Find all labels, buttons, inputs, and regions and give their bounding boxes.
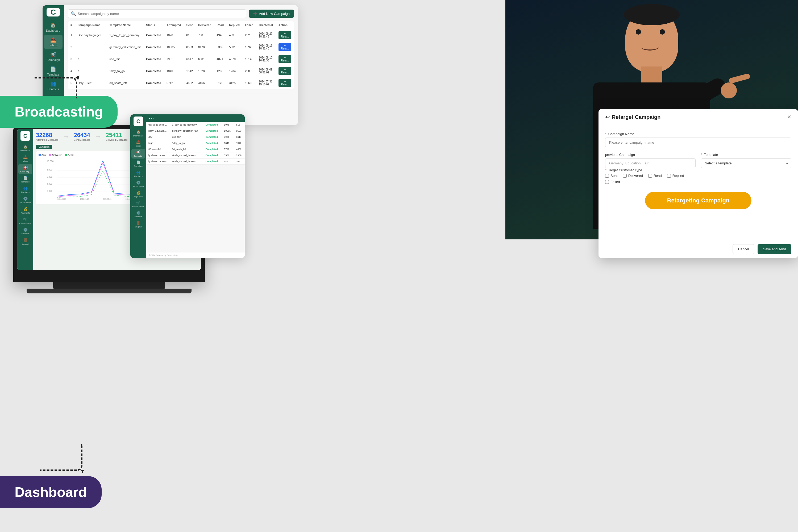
campaign-name-label: * Campaign Name [605, 132, 791, 136]
dash-nav-automation[interactable]: ⚙️ Automation [18, 195, 32, 205]
checkbox-read-input[interactable] [648, 174, 652, 178]
sidebar-item-inbox[interactable]: 📥 Inbox [44, 35, 62, 49]
cell-num: 3 [68, 53, 75, 65]
dash-label-ecommerce: E-commerce [19, 222, 31, 225]
cl-nav-settings[interactable]: ⚙️ Settings [131, 210, 145, 219]
cell-campaign-name: b... [75, 53, 107, 65]
cl-cell-template: 1day_to_go [170, 140, 203, 146]
cl-nav-campaign[interactable]: 📢 Campaign [131, 149, 145, 158]
template-select[interactable]: Select a template [701, 158, 791, 168]
sidebar-item-campaign[interactable]: 📢 Campaign [44, 50, 62, 63]
checkbox-delivered[interactable]: Delivered [623, 174, 643, 178]
dash-campaign-icon: 📢 [23, 166, 28, 170]
table-row: 2 ... germany_education_fair Completed 1… [68, 41, 294, 53]
cl-footer: ©2024 Created by Connectby.io [146, 252, 245, 258]
col-replied: Replied [226, 21, 242, 29]
dash-nav-dashboard[interactable]: 🏠 Dashboard [18, 144, 32, 153]
cl-cell-name: togo [146, 140, 170, 146]
stat-delivered: 25411 Delivered Messages [106, 132, 128, 141]
cl-nav-ecommerce[interactable]: 🛒 E-commerce [131, 200, 145, 209]
save-and-send-button[interactable]: Save and send [758, 244, 791, 254]
cl-label-template: Template [134, 165, 142, 167]
cl-nav-automation[interactable]: ⚙️ Automation [131, 179, 145, 189]
dash-nav-ecommerce[interactable]: 🛒 E-commerce [18, 216, 32, 226]
table-row: 5 Only ... left 30_seats_left Completed … [68, 77, 294, 89]
dash-nav-campaign[interactable]: 📢 Campaign [18, 164, 32, 174]
cell-created-at: 2024-08-10 10:41:35 [256, 53, 276, 65]
svg-text:2024-09-13: 2024-09-13 [80, 198, 89, 200]
cl-nav-dashboard[interactable]: 🏠 Dashboard [131, 129, 145, 138]
previous-campaign-input[interactable] [605, 158, 696, 168]
cell-replied: 3125 [226, 77, 242, 89]
template-col: * Template Select a template [701, 153, 791, 168]
cl-cell-template: germany_education_fair [170, 128, 203, 134]
checkbox-replied[interactable]: Replied [667, 174, 684, 178]
cell-action: ↩ Reta... [276, 53, 294, 65]
checkbox-failed[interactable]: Failed [605, 180, 620, 184]
cancel-button[interactable]: Cancel [733, 244, 754, 254]
cell-campaign-name: b... [75, 65, 107, 77]
cl-cell-status: Completed [204, 146, 222, 152]
retarget-button[interactable]: ↩ Reta... [279, 55, 291, 63]
dash-nav-template[interactable]: 📄 Template [18, 174, 32, 184]
table-row: 3 b... usa_fair Completed 7931 6617 6301… [68, 53, 294, 65]
top-arrow [35, 77, 77, 98]
required-asterisk-3: * [605, 168, 607, 172]
sidebar-item-template[interactable]: 📄 Template [44, 64, 62, 78]
checkbox-read[interactable]: Read [648, 174, 662, 178]
checkbox-replied-input[interactable] [667, 174, 671, 178]
cell-template-name: 1_day_to_go_germany [107, 29, 144, 41]
dash-nav-payments[interactable]: 💰 Payments [18, 206, 32, 215]
stat-sent-label: Sent Messages [74, 138, 91, 141]
cl-nav-payments[interactable]: 💰 Payments [131, 189, 145, 199]
cl-nav-template[interactable]: 📄 Template [131, 159, 145, 169]
checkbox-delivered-input[interactable] [623, 174, 627, 178]
search-input[interactable] [78, 12, 243, 16]
cell-template-name: germany_education_fair [107, 41, 144, 53]
dash-payments-icon: 💰 [23, 207, 28, 211]
save-send-button-label: Save and send [763, 247, 786, 251]
template-icon: 📄 [50, 66, 56, 72]
checkbox-delivered-label: Delivered [628, 174, 643, 178]
cl-nav-inbox[interactable]: 📥 Inbox [131, 139, 145, 148]
retarget-button[interactable]: ↩ Reta... [279, 43, 291, 51]
modal-close-button[interactable]: ✕ [787, 114, 791, 120]
checkbox-sent[interactable]: Sent [605, 174, 618, 178]
add-new-campaign-button[interactable]: ➕ Add New Campaign [249, 10, 294, 18]
cell-campaign-name: One day to go germany ger... [75, 29, 107, 41]
svg-text:4,000: 4,000 [46, 183, 52, 185]
cl-ecommerce-icon: 🛒 [136, 201, 140, 205]
retarget-button[interactable]: ↩ Reta... [279, 79, 291, 87]
cell-campaign-name: ... [75, 41, 107, 53]
col-delivered: Delivered [195, 21, 214, 29]
dash-nav-inbox[interactable]: 📥 Inbox [18, 154, 32, 164]
dash-nav-contacts[interactable]: 👥 Contacts [18, 185, 32, 195]
stat-arrow-2: → [94, 132, 102, 141]
cl-inbox-icon: 📥 [136, 140, 140, 144]
sidebar-label-template: Template [48, 73, 59, 76]
dash-label-settings: Settings [22, 232, 29, 235]
cl-cell-name: ly abroad intakes 4000 [146, 152, 170, 158]
cl-nav-contacts[interactable]: 👥 Contacts [131, 169, 145, 179]
retargeting-campaign-button[interactable]: Retargeting Campaign [645, 192, 752, 209]
modal-header: ↩ Retarget Campaign ✕ [598, 109, 798, 125]
dash-template-icon: 📄 [23, 176, 28, 180]
cell-read: 3126 [214, 77, 226, 89]
cell-action: ↩ Reta... [276, 77, 294, 89]
dash-label-contacts: Contacts [21, 191, 30, 193]
svg-text:8,000: 8,000 [46, 168, 52, 171]
campaign-name-input[interactable] [605, 137, 791, 147]
checkbox-sent-input[interactable] [605, 174, 609, 178]
retarget-button[interactable]: ↩ Reta... [279, 67, 291, 75]
sidebar-item-dashboard[interactable]: 🏠 Dashboard [44, 20, 62, 34]
checkbox-read-label: Read [653, 174, 662, 178]
checkbox-failed-input[interactable] [605, 180, 609, 184]
dash-nav-settings[interactable]: ⚙️ Settings [18, 226, 32, 236]
retarget-button[interactable]: ↩ Reta... [279, 31, 291, 39]
cl-label-inbox: Inbox [136, 145, 141, 147]
cl-cell-name: day to go germany it [146, 122, 170, 128]
dash-nav-logout[interactable]: 🚪 Logout [18, 237, 32, 247]
stat-sent: 26434 Sent Messages [74, 132, 91, 141]
cl-nav-logout[interactable]: 🚪 Logout [131, 220, 145, 229]
cell-sent: 816 [184, 29, 195, 41]
